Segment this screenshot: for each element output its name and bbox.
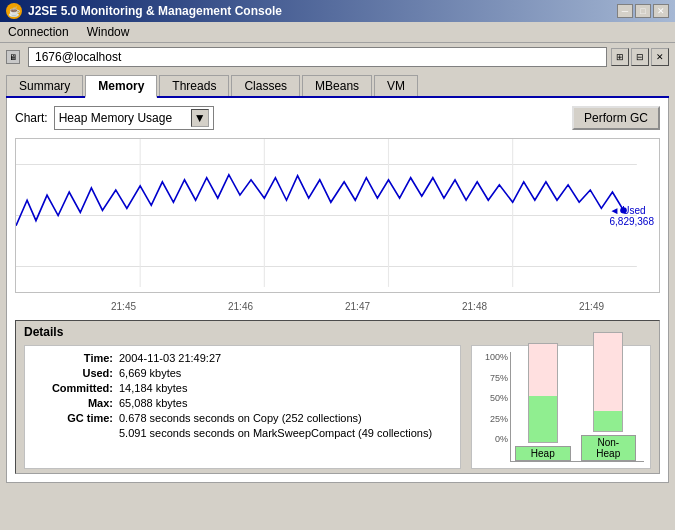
details-row-gc-time: GC time: 0.678 seconds seconds on Copy (… — [33, 412, 452, 424]
key-used: Used: — [33, 367, 113, 379]
app-icon: ☕ — [6, 3, 22, 19]
val-gc2: 5.091 seconds seconds on MarkSweepCompac… — [119, 427, 432, 439]
tab-bar: Summary Memory Threads Classes MBeans VM — [6, 75, 669, 98]
details-title: Details — [24, 325, 651, 339]
bar-heap-used — [529, 396, 557, 442]
x-axis-labels: 21:45 21:46 21:47 21:48 21:49 — [15, 301, 660, 312]
chart-legend: ◄ Used 6,829,368 — [610, 205, 655, 227]
connection-field: 1676@localhost — [28, 47, 607, 67]
key-committed: Committed: — [33, 382, 113, 394]
menu-connection[interactable]: Connection — [4, 24, 73, 40]
bar-y-0: 0% — [478, 434, 508, 444]
connection-icon: 🖥 — [6, 50, 20, 64]
bar-nonheap: Non-Heap — [581, 332, 637, 461]
key-time: Time: — [33, 352, 113, 364]
details-row-max: Max: 65,088 kbytes — [33, 397, 452, 409]
bar-nonheap-label: Non-Heap — [581, 435, 637, 461]
val-gc: 0.678 seconds seconds on Copy (252 colle… — [119, 412, 362, 424]
details-row-time: Time: 2004-11-03 21:49:27 — [33, 352, 452, 364]
details-row-committed: Committed: 14,184 kbytes — [33, 382, 452, 394]
bar-heap: Heap — [515, 343, 571, 461]
tab-summary[interactable]: Summary — [6, 75, 83, 96]
val-committed: 14,184 kbytes — [119, 382, 188, 394]
val-time: 2004-11-03 21:49:27 — [119, 352, 221, 364]
chart-select[interactable]: Heap Memory Usage ▼ — [54, 106, 214, 130]
maximize-button[interactable]: □ — [635, 4, 651, 18]
legend-value: 6,829,368 — [610, 216, 655, 227]
legend-label: Used — [622, 205, 645, 216]
bar-nonheap-used — [594, 411, 622, 431]
title-bar: ☕ J2SE 5.0 Monitoring & Management Conso… — [0, 0, 675, 22]
conn-btn-3[interactable]: ✕ — [651, 48, 669, 66]
details-body: Time: 2004-11-03 21:49:27 Used: 6,669 kb… — [24, 345, 651, 469]
key-gc: GC time: — [33, 412, 113, 424]
x-label-4: 21:49 — [579, 301, 604, 312]
bar-y-50: 50% — [478, 393, 508, 403]
bar-y-75: 75% — [478, 373, 508, 383]
bar-chart: 100% 75% 50% 25% 0% — [471, 345, 651, 469]
title-controls[interactable]: ─ □ ✕ — [617, 4, 669, 18]
tab-vm[interactable]: VM — [374, 75, 418, 96]
bar-heap-label: Heap — [515, 446, 571, 461]
details-row-gc-time2: 5.091 seconds seconds on MarkSweepCompac… — [33, 427, 452, 439]
x-label-2: 21:47 — [345, 301, 370, 312]
details-section: Details Time: 2004-11-03 21:49:27 Used: … — [15, 320, 660, 474]
bar-y-25: 25% — [478, 414, 508, 424]
details-row-used: Used: 6,669 kbytes — [33, 367, 452, 379]
dropdown-arrow-icon: ▼ — [194, 111, 206, 125]
x-label-1: 21:46 — [228, 301, 253, 312]
val-used: 6,669 kbytes — [119, 367, 181, 379]
connection-bar: 🖥 1676@localhost ⊞ ⊟ ✕ — [0, 43, 675, 71]
key-max: Max: — [33, 397, 113, 409]
perform-gc-button[interactable]: Perform GC — [572, 106, 660, 130]
tab-mbeans[interactable]: MBeans — [302, 75, 372, 96]
val-max: 65,088 kbytes — [119, 397, 188, 409]
chart-label: Chart: — [15, 111, 48, 125]
tab-memory[interactable]: Memory — [85, 75, 157, 98]
bar-y-100: 100% — [478, 352, 508, 362]
menu-bar: Connection Window — [0, 22, 675, 43]
chart-svg — [16, 139, 659, 292]
connection-value: 1676@localhost — [35, 50, 121, 64]
tab-content: Chart: Heap Memory Usage ▼ Perform GC 8.… — [6, 98, 669, 483]
bar-y-axis: 100% 75% 50% 25% 0% — [478, 352, 508, 462]
tab-threads[interactable]: Threads — [159, 75, 229, 96]
close-button[interactable]: ✕ — [653, 4, 669, 18]
chart-select-value: Heap Memory Usage — [59, 111, 172, 125]
main-content: Summary Memory Threads Classes MBeans VM… — [0, 71, 675, 487]
x-label-0: 21:45 — [111, 301, 136, 312]
details-table: Time: 2004-11-03 21:49:27 Used: 6,669 kb… — [24, 345, 461, 469]
chart-area: ◄ Used 6,829,368 — [15, 138, 660, 293]
chart-row: Chart: Heap Memory Usage ▼ Perform GC — [15, 106, 660, 130]
menu-window[interactable]: Window — [83, 24, 134, 40]
conn-btn-2[interactable]: ⊟ — [631, 48, 649, 66]
window-title: J2SE 5.0 Monitoring & Management Console — [28, 4, 282, 18]
tab-classes[interactable]: Classes — [231, 75, 300, 96]
minimize-button[interactable]: ─ — [617, 4, 633, 18]
conn-btn-1[interactable]: ⊞ — [611, 48, 629, 66]
chart-select-arrow[interactable]: ▼ — [191, 109, 209, 127]
key-gc2 — [33, 427, 113, 439]
x-label-3: 21:48 — [462, 301, 487, 312]
